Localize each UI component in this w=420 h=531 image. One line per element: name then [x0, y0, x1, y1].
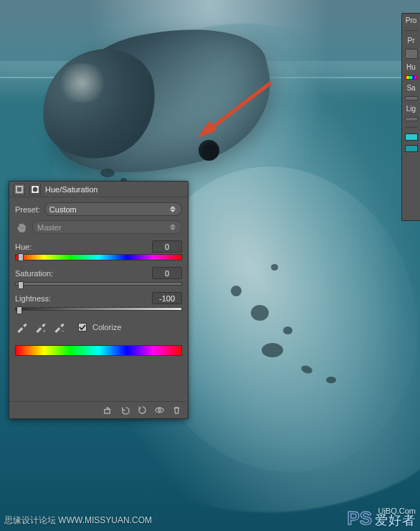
- targeted-adjustment-icon[interactable]: [15, 221, 28, 234]
- shark-spot: [271, 264, 278, 271]
- adjustment-layer-icon[interactable]: [14, 184, 25, 195]
- trash-icon[interactable]: [171, 405, 182, 416]
- side-hand-icon[interactable]: [405, 49, 418, 59]
- side-sat-track[interactable]: [405, 96, 418, 100]
- watermark-ps: PS: [347, 507, 372, 530]
- colorize-checkbox[interactable]: [78, 323, 87, 332]
- shark-spot: [251, 305, 269, 321]
- properties-header: Pro: [406, 17, 417, 24]
- svg-point-10: [158, 409, 160, 411]
- side-hue-strip[interactable]: [405, 75, 418, 80]
- saturation-input[interactable]: [152, 267, 182, 279]
- preset-select[interactable]: Custom: [44, 202, 182, 216]
- svg-rect-3: [17, 187, 22, 192]
- properties-panel-cropped: Pro Pr Hu Sa Lig: [401, 13, 420, 221]
- divider: [405, 30, 418, 31]
- side-light-track[interactable]: [405, 117, 418, 121]
- eyedropper-subtract-icon[interactable]: −: [52, 321, 65, 334]
- mask-icon[interactable]: [29, 184, 41, 195]
- eyedropper-add-icon[interactable]: +: [34, 321, 47, 334]
- hue-input[interactable]: [152, 240, 182, 253]
- eyedropper-row: + − Colorize: [15, 321, 182, 334]
- channel-row: Master: [15, 220, 182, 234]
- hue-slider-grip[interactable]: [18, 253, 24, 261]
- shark-spot: [262, 343, 283, 357]
- svg-rect-8: [104, 410, 109, 414]
- colorize-label: Colorize: [92, 323, 121, 332]
- eyedropper-icon[interactable]: [15, 321, 28, 334]
- lightness-slider-track[interactable]: [15, 307, 182, 311]
- preset-stepper-icon: [170, 206, 177, 212]
- view-previous-state-icon[interactable]: [119, 405, 130, 416]
- channel-value: Master: [37, 223, 62, 232]
- preset-row: Preset: Custom: [15, 202, 182, 216]
- side-hue-label: Hu: [406, 63, 416, 71]
- saturation-slider-track[interactable]: [15, 282, 182, 286]
- watermark-left: 思缘设计论坛 WWW.MISSYUAN.COM: [4, 514, 152, 527]
- visibility-icon[interactable]: [153, 405, 165, 416]
- shark-spot: [231, 286, 242, 296]
- saturation-label: Saturation:: [15, 269, 53, 278]
- panel-footer: [9, 401, 188, 418]
- reset-icon[interactable]: [136, 405, 148, 416]
- panel-header[interactable]: Hue/Saturation: [9, 182, 188, 197]
- preset-label: Preset:: [15, 205, 40, 214]
- panel-title: Hue/Saturation: [45, 185, 97, 194]
- side-light-label: Lig: [406, 105, 416, 113]
- canvas-viewport: Hue/Saturation Preset: Custom Master: [0, 0, 420, 531]
- channel-stepper-icon: [170, 224, 177, 230]
- lightness-slider-grip[interactable]: [16, 306, 22, 314]
- lightness-label: Lightness:: [15, 294, 51, 303]
- side-sat-label: Sa: [406, 84, 415, 92]
- svg-text:+: +: [42, 328, 46, 334]
- hue-slider-track[interactable]: [15, 254, 182, 260]
- watermark-url: UiBQ.Com: [378, 507, 416, 515]
- shark-blood-spot: [100, 169, 115, 177]
- hue-label: Hue:: [15, 243, 32, 251]
- divider: [405, 127, 418, 128]
- saturation-slider-grip[interactable]: [18, 281, 24, 289]
- side-color-swatch[interactable]: [405, 133, 418, 141]
- side-preset-label: Pr: [408, 37, 415, 44]
- shark-eye: [199, 140, 219, 161]
- saturation-slider-block: Saturation:: [15, 267, 182, 286]
- lightness-slider-block: Lightness:: [15, 292, 182, 311]
- shark-spot: [283, 326, 292, 334]
- channel-select: Master: [32, 220, 182, 234]
- preset-value: Custom: [49, 205, 77, 214]
- svg-point-5: [33, 187, 37, 191]
- clip-to-layer-icon[interactable]: [102, 405, 113, 416]
- panel-body: Preset: Custom Master Hue:: [9, 197, 188, 360]
- hue-spectrum-bar: [15, 345, 182, 356]
- side-color-swatch[interactable]: [405, 145, 418, 152]
- lightness-input[interactable]: [152, 292, 182, 304]
- shark-highlight: [57, 63, 108, 103]
- shark-spot: [326, 377, 336, 383]
- svg-text:−: −: [61, 328, 65, 334]
- hue-slider-block: Hue:: [15, 240, 182, 260]
- hue-saturation-panel: Hue/Saturation Preset: Custom Master: [9, 181, 188, 419]
